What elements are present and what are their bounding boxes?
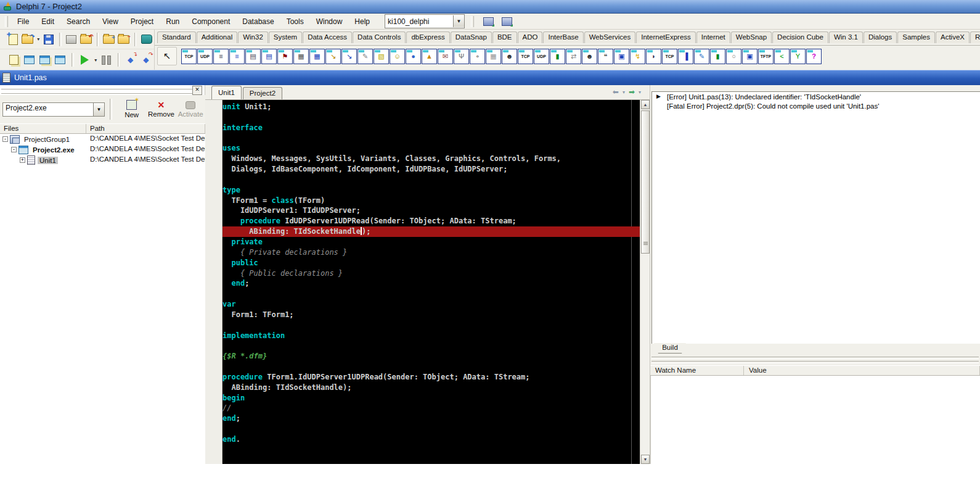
menu-item-file[interactable]: File [11,15,35,28]
project-tree-row-project2-exe[interactable]: -Project2.exeD:\CANDELA 4\MES\Socket Tes… [0,144,205,155]
code-line[interactable]: TForm1 = class(TForm) [223,196,640,206]
palette-icon-indy-component-38[interactable]: < [774,49,790,64]
new-form-button[interactable] [53,52,68,68]
palette-icon-indy-component-7[interactable]: ⚑ [277,49,293,64]
palette-icon-indy-component-40[interactable]: ? [806,49,822,64]
active-project-combobox[interactable]: Project2.exe ▼ [2,102,105,117]
palette-icon-indy-component-9[interactable]: ▦ [309,49,325,64]
code-line[interactable]: Dialogs, IdBaseComponent, IdComponent, I… [223,164,640,175]
palette-tab-data-access[interactable]: Data Access [303,31,352,43]
run-dropdown-icon[interactable]: ▾ [94,57,97,63]
browse-back-dropdown-icon[interactable]: ▾ [623,89,625,95]
palette-icon-indy-component-36[interactable]: ▣ [742,49,757,64]
menu-item-search[interactable]: Search [60,15,96,28]
code-line[interactable] [223,289,640,299]
palette-icon-id-tcp-small[interactable]: TCP [662,49,677,64]
watch-name-column-header[interactable]: Watch Name [650,366,744,375]
palette-icon-indy-component-29[interactable]: ↯ [630,49,645,64]
tree-node-label[interactable]: ProjectGroup1 [22,136,71,143]
code-line[interactable] [223,362,640,372]
step-over-button[interactable]: ◆↷ [139,52,153,68]
code-line[interactable]: begin [223,393,640,403]
palette-icon-indy-component-28[interactable]: ▣ [614,49,629,64]
code-line[interactable]: private [223,237,640,247]
code-line[interactable]: var [223,299,640,310]
browse-forward-icon[interactable]: ➡ [629,88,635,96]
editor-tab-project2[interactable]: Project2 [243,87,282,99]
palette-icon-indy-component-30[interactable]: ◗ [646,49,661,64]
open-project-button[interactable]: ↶ [79,31,93,48]
palette-tab-bde[interactable]: BDE [492,31,517,43]
code-area[interactable]: unit Unit1;interfaceuses Windows, Messag… [223,100,640,464]
combobox-dropdown-icon[interactable]: ▼ [453,15,464,27]
palette-icon-indy-component-13[interactable]: ▧ [374,49,389,64]
toolbar-grip[interactable] [5,16,8,27]
menu-item-project[interactable]: Project [125,15,160,28]
code-line[interactable]: Windows, Messages, SysUtils, Variants, C… [223,154,640,164]
palette-icon-indy-component-39[interactable]: Y [790,49,806,64]
palette-icon-indy-component-18[interactable]: Ψ [454,49,469,64]
code-line[interactable]: { Public declarations } [223,268,640,279]
code-line[interactable]: { Private declarations } [223,247,640,258]
pointer-tool-button[interactable]: ↖ [157,47,177,65]
add-file-to-project-button[interactable]: ＋ [102,31,116,48]
menu-item-run[interactable]: Run [160,15,186,28]
build-tab[interactable]: Build [654,343,686,354]
palette-tab-dialogs[interactable]: Dialogs [864,31,897,43]
palette-tab-dbexpress[interactable]: dbExpress [406,31,449,43]
save-button[interactable] [41,31,55,48]
new-button[interactable]: New [117,96,147,122]
view-unit-button[interactable] [6,52,21,68]
view-form-button[interactable] [22,52,36,68]
project-tree-row-projectgroup1[interactable]: -ProjectGroup1D:\CANDELA 4\MES\Socket Te… [0,134,205,144]
tree-expand-icon[interactable]: - [2,136,8,142]
palette-icon-id-tftp-server[interactable]: TFTP [758,49,774,64]
palette-icon-indy-component-5[interactable]: ▤ [245,49,261,64]
palette-icon-indy-component-24[interactable]: ▮ [550,49,565,64]
palette-icon-id-udp-component[interactable]: UDP [534,49,549,64]
message-item[interactable]: [Fatal Error] Project2.dpr(5): Could not… [652,101,980,110]
code-line[interactable]: implementation [223,331,640,341]
palette-tab-decision-cube[interactable]: Decision Cube [772,31,828,43]
palette-tab-samples[interactable]: Samples [897,31,935,43]
editor-gutter[interactable] [205,100,223,464]
code-line[interactable]: ABinding: TIdSocketHandle); [223,383,640,393]
code-line[interactable]: // [223,403,640,413]
watch-value-column-header[interactable]: Value [744,366,980,375]
remove-button[interactable]: ✕ Remove [147,96,176,122]
menu-item-window[interactable]: Window [310,15,349,28]
palette-icon-indy-component-8[interactable]: ▦ [293,49,309,64]
tree-expand-icon[interactable]: + [20,157,25,163]
code-line[interactable] [223,133,640,144]
code-line[interactable] [223,424,640,434]
code-line[interactable]: interface [223,123,640,133]
menu-item-help[interactable]: Help [348,15,376,28]
scroll-up-icon[interactable]: ▲ [641,100,650,109]
desktop-layout-combobox[interactable]: ki100_delphi ▼ [385,14,465,28]
editor-vertical-scrollbar[interactable]: ▲ ▼ [640,100,650,464]
palette-icon-indy-component-25[interactable]: ⇄ [566,49,581,64]
palette-icon-id-tcp-server[interactable]: TCP [181,49,197,64]
palette-icon-indy-component-17[interactable]: ✉ [438,49,453,64]
palette-icon-indy-component-6[interactable]: ▤ [261,49,277,64]
palette-icon-indy-component-33[interactable]: ✎ [694,49,709,64]
menu-item-tools[interactable]: Tools [280,15,310,28]
menu-item-database[interactable]: Database [236,15,280,28]
palette-icon-indy-component-21[interactable]: ☻ [502,49,517,64]
palette-tab-webservices[interactable]: WebServices [584,31,636,43]
open-button[interactable]: ↷ [21,31,35,48]
palette-tab-internetexpress[interactable]: InternetExpress [636,31,696,43]
watch-list[interactable] [650,376,980,464]
code-line[interactable]: end; [223,278,640,289]
palette-icon-indy-component-10[interactable]: ↘ [325,49,341,64]
palette-icon-indy-component-16[interactable]: ▲ [422,49,437,64]
palette-tab-websnap[interactable]: WebSnap [731,31,772,43]
code-line[interactable] [223,341,640,351]
set-debug-desktop-button[interactable] [499,15,514,28]
palette-icon-indy-component-32[interactable]: ▐ [678,49,693,64]
help-contents-button[interactable] [139,31,153,48]
new-items-button[interactable]: ✚ [6,31,20,48]
titlebar[interactable]: Delphi 7 - Project2 [0,0,980,14]
document-titlebar[interactable]: Unit1.pas [0,70,980,85]
palette-tab-interbase[interactable]: InterBase [543,31,583,43]
